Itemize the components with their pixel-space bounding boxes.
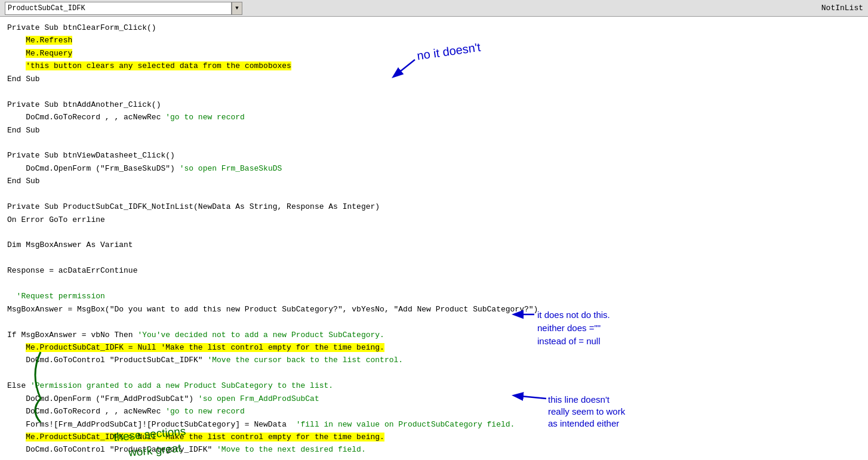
code-text: DoCmd.OpenForm ("Frm_BaseSkuDS") [7, 164, 180, 173]
highlighted-code: Me.ProductSubCat_IDFK = Null 'Make the l… [26, 343, 384, 352]
code-text: Private Sub ProductSubCat_IDFK_NotInList… [7, 202, 380, 211]
code-line: End Sub [7, 175, 861, 187]
code-line: Me.ProductSubCat_IDFK = Null 'Make the l… [7, 431, 861, 443]
code-line: Private Sub ProductSubCat_IDFK_NotInList… [7, 200, 861, 213]
code-line: If MsgBoxAnswer = vbNo Then 'You've deci… [7, 329, 861, 341]
code-line: 'this button clears any selected data fr… [7, 60, 861, 72]
comment-line: 'Request permission [7, 292, 105, 301]
code-text: If MsgBoxAnswer = vbNo Then [7, 331, 137, 339]
combo-value: ProductSubCat_IDFK [8, 4, 85, 13]
comment-inline: 'go to new record [165, 407, 245, 416]
code-line: On Error GoTo errline [7, 214, 861, 226]
code-line: Else 'Permission granted to add a new Pr… [7, 379, 861, 392]
comment-inline: 'Permission granted to add a new Product… [30, 381, 333, 390]
comment-inline: 'fill in new value on ProductSubCategory… [296, 420, 515, 429]
code-line: Me.ProductSubCat_IDFK = Null 'Make the l… [7, 341, 861, 354]
blank-line [7, 456, 861, 460]
code-line: DoCmd.GoToControl "ProductSubCat_IDFK" '… [7, 354, 861, 366]
comment-inline: 'Move the cursor back to the list contro… [207, 356, 403, 365]
code-line: DoCmd.OpenForm ("Frm_BaseSkuDS") 'so ope… [7, 162, 861, 175]
code-text: Dim MsgBoxAnswer As Variant [7, 240, 133, 249]
code-line: Private Sub btnClearForm_Click() [7, 21, 861, 34]
code-line: Me.Requery [7, 47, 861, 60]
comment-inline: 'go to new record [165, 113, 245, 122]
code-text: DoCmd.GoToControl "ProductCategory_IDFK" [7, 445, 217, 454]
code-text: DoCmd.GoToRecord , , acNewRec [7, 113, 165, 122]
code-line: Forms![Frm_AddProdSubCat]![ProductSubCat… [7, 418, 861, 431]
highlighted-code: Me.Requery [26, 49, 72, 58]
code-area: Private Sub btnClearForm_Click() Me.Refr… [0, 17, 868, 460]
code-line: MsgBoxAnswer = MsgBox("Do you want to ad… [7, 303, 861, 316]
code-text: DoCmd.GoToControl "ProductSubCat_IDFK" [7, 356, 207, 365]
code-text: Private Sub btnAddAnother_Click() [7, 100, 161, 109]
code-line: DoCmd.GoToRecord , , acNewRec 'go to new… [7, 405, 861, 418]
right-label: NotInList [821, 4, 863, 13]
code-text: Response = acDataErrContinue [7, 266, 137, 275]
code-text: DoCmd.OpenForm ("Frm_AddProdSubCat") [7, 394, 198, 403]
code-text: Private Sub btnClearForm_Click() [7, 23, 156, 32]
code-text: Else [7, 381, 30, 390]
blank-line [7, 277, 861, 290]
highlighted-code: Me.ProductSubCat_IDFK = Null 'Make the l… [26, 433, 384, 442]
code-line: Me.Refresh [7, 34, 861, 47]
blank-line [7, 137, 861, 149]
code-text: On Error GoTo errline [7, 215, 105, 224]
highlighted-code: Me.Refresh [26, 36, 72, 45]
comment-inline: 'so open Frm_BaseSkuDS [180, 164, 282, 173]
highlighted-comment: 'this button clears any selected data fr… [26, 61, 291, 70]
code-text: Forms![Frm_AddProdSubCat]![ProductSubCat… [7, 420, 296, 429]
blank-line [7, 85, 861, 98]
comment-inline: 'Move to the next desired field. [217, 445, 366, 454]
top-bar-left: ProductSubCat_IDFK ▼ [5, 2, 821, 15]
code-text: End Sub [7, 177, 40, 186]
code-line: Private Sub btnViewDatasheet_Click() [7, 149, 861, 162]
blank-line [7, 367, 861, 379]
comment-inline: 'You've decided not to add a new Product… [137, 331, 384, 339]
code-text: Private Sub btnViewDatasheet_Click() [7, 151, 175, 160]
code-text: End Sub [7, 126, 40, 135]
top-bar: ProductSubCat_IDFK ▼ NotInList [0, 0, 868, 17]
code-line: Dim MsgBoxAnswer As Variant [7, 239, 861, 251]
comment-inline: 'so open Frm_AddProdSubCat [198, 394, 319, 403]
code-line: Private Sub btnAddAnother_Click() [7, 98, 861, 111]
blank-line [7, 226, 861, 239]
code-text: MsgBoxAnswer = MsgBox("Do you want to ad… [7, 305, 538, 314]
code-line: DoCmd.GoToControl "ProductCategory_IDFK"… [7, 443, 861, 456]
blank-line [7, 252, 861, 264]
combo-arrow[interactable]: ▼ [232, 2, 242, 15]
code-line: DoCmd.OpenForm ("Frm_AddProdSubCat") 'so… [7, 393, 861, 405]
blank-line [7, 316, 861, 328]
blank-line [7, 188, 861, 200]
code-text: End Sub [7, 75, 40, 84]
code-line: End Sub [7, 73, 861, 85]
code-line: DoCmd.GoToRecord , , acNewRec 'go to new… [7, 111, 861, 124]
combo-box[interactable]: ProductSubCat_IDFK [5, 2, 232, 15]
code-line: 'Request permission [7, 290, 861, 302]
code-line: End Sub [7, 124, 861, 137]
code-line: Response = acDataErrContinue [7, 264, 861, 277]
top-bar-right: NotInList [821, 4, 863, 13]
code-text: DoCmd.GoToRecord , , acNewRec [7, 407, 165, 416]
